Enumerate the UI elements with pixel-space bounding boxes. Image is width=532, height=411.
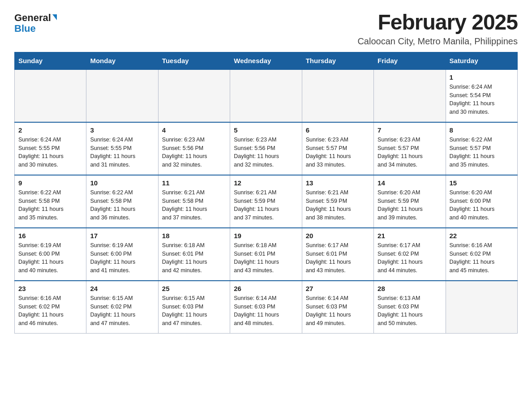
calendar-week-row: 1Sunrise: 6:24 AMSunset: 5:54 PMDaylight… <box>15 69 518 122</box>
day-info: Sunrise: 6:17 AMSunset: 6:02 PMDaylight:… <box>378 241 442 275</box>
day-info: Sunrise: 6:23 AMSunset: 5:56 PMDaylight:… <box>162 136 226 169</box>
day-info: Sunrise: 6:15 AMSunset: 6:02 PMDaylight:… <box>90 294 154 328</box>
day-info: Sunrise: 6:21 AMSunset: 5:59 PMDaylight:… <box>306 188 370 222</box>
day-info: Sunrise: 6:24 AMSunset: 5:54 PMDaylight:… <box>450 83 514 116</box>
calendar-day-cell: 4Sunrise: 6:23 AMSunset: 5:56 PMDaylight… <box>158 122 230 175</box>
calendar-day-cell: 23Sunrise: 6:16 AMSunset: 6:02 PMDayligh… <box>15 281 86 334</box>
calendar-week-row: 16Sunrise: 6:19 AMSunset: 6:00 PMDayligh… <box>15 228 518 281</box>
calendar-day-cell: 17Sunrise: 6:19 AMSunset: 6:00 PMDayligh… <box>86 228 158 281</box>
calendar-week-row: 23Sunrise: 6:16 AMSunset: 6:02 PMDayligh… <box>15 281 518 334</box>
day-info: Sunrise: 6:16 AMSunset: 6:02 PMDaylight:… <box>450 241 514 275</box>
day-of-week-header: Tuesday <box>158 52 230 69</box>
day-number: 21 <box>378 232 442 240</box>
calendar-day-cell: 20Sunrise: 6:17 AMSunset: 6:01 PMDayligh… <box>302 228 373 281</box>
calendar-day-cell: 22Sunrise: 6:16 AMSunset: 6:02 PMDayligh… <box>446 228 517 281</box>
calendar-day-cell <box>302 69 373 122</box>
day-number: 1 <box>450 73 514 81</box>
day-info: Sunrise: 6:18 AMSunset: 6:01 PMDaylight:… <box>234 241 298 275</box>
day-number: 20 <box>306 232 370 240</box>
page-subtitle: Caloocan City, Metro Manila, Philippines <box>357 36 518 47</box>
day-info: Sunrise: 6:19 AMSunset: 6:00 PMDaylight:… <box>90 241 154 275</box>
calendar-day-cell: 7Sunrise: 6:23 AMSunset: 5:57 PMDaylight… <box>374 122 446 175</box>
calendar-day-cell: 14Sunrise: 6:20 AMSunset: 5:59 PMDayligh… <box>374 175 446 228</box>
calendar-day-cell: 2Sunrise: 6:24 AMSunset: 5:55 PMDaylight… <box>15 122 86 175</box>
calendar-day-cell: 10Sunrise: 6:22 AMSunset: 5:58 PMDayligh… <box>86 175 158 228</box>
day-number: 15 <box>450 179 514 187</box>
day-info: Sunrise: 6:23 AMSunset: 5:57 PMDaylight:… <box>306 136 370 169</box>
calendar-day-cell <box>15 69 86 122</box>
day-info: Sunrise: 6:20 AMSunset: 5:59 PMDaylight:… <box>378 188 442 222</box>
day-number: 19 <box>234 232 298 240</box>
day-number: 11 <box>162 179 226 187</box>
day-of-week-header: Monday <box>86 52 158 69</box>
calendar-day-cell <box>230 69 302 122</box>
calendar-day-cell <box>446 281 517 334</box>
calendar-day-cell: 21Sunrise: 6:17 AMSunset: 6:02 PMDayligh… <box>374 228 446 281</box>
day-info: Sunrise: 6:15 AMSunset: 6:03 PMDaylight:… <box>162 294 226 328</box>
day-of-week-header: Sunday <box>15 52 86 69</box>
day-number: 24 <box>90 285 154 292</box>
logo-blue-text: Blue <box>14 23 36 34</box>
calendar-day-cell: 9Sunrise: 6:22 AMSunset: 5:58 PMDaylight… <box>15 175 86 228</box>
day-of-week-header: Saturday <box>446 52 517 69</box>
day-info: Sunrise: 6:18 AMSunset: 6:01 PMDaylight:… <box>162 241 226 275</box>
day-number: 9 <box>18 179 82 187</box>
day-info: Sunrise: 6:16 AMSunset: 6:02 PMDaylight:… <box>18 294 82 328</box>
day-number: 14 <box>378 179 442 187</box>
calendar-day-cell: 24Sunrise: 6:15 AMSunset: 6:02 PMDayligh… <box>86 281 158 334</box>
day-number: 5 <box>234 126 298 134</box>
calendar-day-cell: 5Sunrise: 6:23 AMSunset: 5:56 PMDaylight… <box>230 122 302 175</box>
day-number: 28 <box>378 285 442 292</box>
calendar-day-cell: 11Sunrise: 6:21 AMSunset: 5:58 PMDayligh… <box>158 175 230 228</box>
logo-general-text: General <box>14 13 51 23</box>
calendar-day-cell: 15Sunrise: 6:20 AMSunset: 6:00 PMDayligh… <box>446 175 517 228</box>
day-info: Sunrise: 6:14 AMSunset: 6:03 PMDaylight:… <box>234 294 298 328</box>
day-number: 16 <box>18 232 82 240</box>
calendar-day-cell: 16Sunrise: 6:19 AMSunset: 6:00 PMDayligh… <box>15 228 86 281</box>
calendar-day-cell: 27Sunrise: 6:14 AMSunset: 6:03 PMDayligh… <box>302 281 373 334</box>
day-number: 25 <box>162 285 226 292</box>
day-of-week-header: Wednesday <box>230 52 302 69</box>
day-info: Sunrise: 6:20 AMSunset: 6:00 PMDaylight:… <box>450 188 514 222</box>
calendar-day-cell: 8Sunrise: 6:22 AMSunset: 5:57 PMDaylight… <box>446 122 517 175</box>
day-info: Sunrise: 6:23 AMSunset: 5:56 PMDaylight:… <box>234 136 298 169</box>
header: General Blue February 2025 Caloocan City… <box>14 11 518 47</box>
title-block: February 2025 Caloocan City, Metro Manil… <box>357 11 518 47</box>
calendar-day-cell: 19Sunrise: 6:18 AMSunset: 6:01 PMDayligh… <box>230 228 302 281</box>
calendar-day-cell: 18Sunrise: 6:18 AMSunset: 6:01 PMDayligh… <box>158 228 230 281</box>
calendar-week-row: 9Sunrise: 6:22 AMSunset: 5:58 PMDaylight… <box>15 175 518 228</box>
day-of-week-header: Friday <box>374 52 446 69</box>
day-number: 27 <box>306 285 370 292</box>
day-info: Sunrise: 6:22 AMSunset: 5:57 PMDaylight:… <box>450 136 514 169</box>
day-info: Sunrise: 6:14 AMSunset: 6:03 PMDaylight:… <box>306 294 370 328</box>
day-number: 3 <box>90 126 154 134</box>
calendar-day-cell: 12Sunrise: 6:21 AMSunset: 5:59 PMDayligh… <box>230 175 302 228</box>
day-number: 22 <box>450 232 514 240</box>
day-number: 18 <box>162 232 226 240</box>
calendar-day-cell <box>86 69 158 122</box>
calendar-day-cell: 26Sunrise: 6:14 AMSunset: 6:03 PMDayligh… <box>230 281 302 334</box>
calendar-week-row: 2Sunrise: 6:24 AMSunset: 5:55 PMDaylight… <box>15 122 518 175</box>
day-number: 2 <box>18 126 82 134</box>
day-info: Sunrise: 6:21 AMSunset: 5:59 PMDaylight:… <box>234 188 298 222</box>
calendar-day-cell: 3Sunrise: 6:24 AMSunset: 5:55 PMDaylight… <box>86 122 158 175</box>
day-info: Sunrise: 6:17 AMSunset: 6:01 PMDaylight:… <box>306 241 370 275</box>
day-number: 6 <box>306 126 370 134</box>
calendar-table: SundayMondayTuesdayWednesdayThursdayFrid… <box>14 52 518 334</box>
day-number: 13 <box>306 179 370 187</box>
logo: General Blue <box>14 13 57 34</box>
day-info: Sunrise: 6:21 AMSunset: 5:58 PMDaylight:… <box>162 188 226 222</box>
day-info: Sunrise: 6:19 AMSunset: 6:00 PMDaylight:… <box>18 241 82 275</box>
day-number: 23 <box>18 285 82 292</box>
day-info: Sunrise: 6:22 AMSunset: 5:58 PMDaylight:… <box>90 188 154 222</box>
day-number: 17 <box>90 232 154 240</box>
calendar-day-cell <box>374 69 446 122</box>
day-number: 4 <box>162 126 226 134</box>
day-info: Sunrise: 6:23 AMSunset: 5:57 PMDaylight:… <box>378 136 442 169</box>
calendar-day-cell: 13Sunrise: 6:21 AMSunset: 5:59 PMDayligh… <box>302 175 373 228</box>
calendar-header-row: SundayMondayTuesdayWednesdayThursdayFrid… <box>15 52 518 69</box>
logo-arrow-icon <box>52 14 57 20</box>
day-number: 26 <box>234 285 298 292</box>
day-info: Sunrise: 6:13 AMSunset: 6:03 PMDaylight:… <box>378 294 442 328</box>
page-title: February 2025 <box>357 11 518 34</box>
